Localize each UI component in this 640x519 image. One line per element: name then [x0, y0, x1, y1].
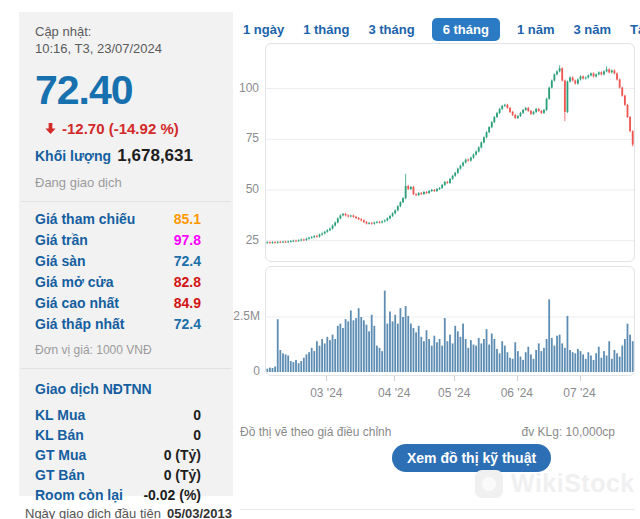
table-row: Giá cao nhất 84.9	[35, 293, 201, 314]
table-row: KL Mua 0	[35, 405, 201, 425]
quote-sidebar: Cập nhật: 10:16, T3, 23/07/2024 72.40 -1…	[19, 12, 233, 496]
price-reference-table: Giá tham chiếu 85.1 Giá trần 97.8 Giá sà…	[19, 202, 233, 339]
table-row: KL Bán 0	[35, 425, 201, 445]
row-label: KL Bán	[35, 427, 84, 443]
tab-1-ngay[interactable]: 1 ngày	[243, 22, 284, 37]
volume-unit-note: đv KLg: 10,000cp	[522, 425, 615, 439]
tab-3-nam[interactable]: 3 năm	[573, 22, 611, 37]
row-value: 0	[193, 407, 201, 423]
volume-label: Khối lượng	[35, 148, 111, 164]
price-axis-tick: 25	[225, 232, 259, 248]
candlestick-chart[interactable]	[266, 44, 634, 261]
price-axis-tick: 50	[225, 181, 259, 197]
volume-chart[interactable]	[266, 267, 634, 375]
row-label: Giá tham chiếu	[35, 211, 135, 227]
current-price: 72.40	[19, 58, 233, 111]
volume-chart-panel[interactable]	[265, 266, 635, 376]
trading-status: Đang giao dịch	[19, 166, 233, 201]
price-axis-tick: 100	[225, 80, 259, 96]
tab-tat-ca[interactable]: Tất cả	[630, 22, 640, 37]
tab-1-thang[interactable]: 1 tháng	[303, 22, 349, 37]
row-label: Giá cao nhất	[35, 295, 119, 311]
x-axis-month-label: 03 '24	[301, 385, 351, 401]
table-row: Giá tham chiếu 85.1	[35, 209, 201, 230]
x-axis-month-label: 05 '24	[429, 385, 479, 401]
row-label: Giá thấp nhất	[35, 316, 124, 332]
row-value: -0.02 (%)	[143, 487, 201, 503]
stock-quote-page: Cập nhật: 10:16, T3, 23/07/2024 72.40 -1…	[0, 0, 640, 519]
wikistock-logo-icon	[475, 470, 503, 498]
table-row: Giá mở cửa 82.8	[35, 272, 201, 293]
row-value: 97.8	[174, 232, 201, 248]
x-axis-tick-mark	[580, 376, 581, 381]
updated-label: Cập nhật:	[35, 24, 219, 41]
volume-axis-tick: 0	[222, 363, 260, 379]
row-value: 0 (Tỷ)	[164, 447, 201, 463]
row-label: Giá mở cửa	[35, 274, 113, 290]
table-row: Giá sàn 72.4	[35, 251, 201, 272]
x-axis-month-label: 06 '24	[492, 385, 542, 401]
technical-chart-button[interactable]: Xem đồ thị kỹ thuật	[392, 444, 551, 472]
last-updated-block: Cập nhật: 10:16, T3, 23/07/2024	[19, 12, 233, 58]
row-label: GT Bán	[35, 467, 85, 483]
row-label: Giá sàn	[35, 253, 86, 269]
watermark: WikiStock	[475, 469, 635, 498]
row-label: GT Mua	[35, 447, 86, 463]
x-axis-tick-mark	[454, 376, 455, 381]
x-axis-tick-mark	[517, 376, 518, 381]
watermark-text: WikiStock	[511, 469, 635, 498]
x-axis-tick-mark	[394, 376, 395, 381]
adjusted-price-note: Đồ thị vẽ theo giá điều chỉnh	[240, 425, 391, 439]
row-value: 85.1	[174, 211, 201, 227]
price-change-value: -12.70 (-14.92 %)	[62, 120, 179, 137]
row-label: Giá trần	[35, 232, 88, 248]
row-value: 72.4	[174, 253, 201, 269]
row-value: 84.9	[174, 295, 201, 311]
price-axis-tick: 75	[225, 130, 259, 146]
row-value: 0 (Tỷ)	[164, 467, 201, 483]
volume-axis-tick: 2.5M	[222, 308, 260, 324]
table-row: GT Mua 0 (Tỷ)	[35, 445, 201, 465]
tab-3-thang[interactable]: 3 tháng	[368, 22, 414, 37]
updated-time: 10:16, T3, 23/07/2024	[35, 41, 219, 58]
tab-6-thang[interactable]: 6 tháng	[432, 18, 500, 41]
tab-1-nam[interactable]: 1 năm	[517, 22, 555, 37]
row-label: KL Mua	[35, 407, 85, 423]
row-value: 82.8	[174, 274, 201, 290]
down-arrow-icon	[44, 122, 57, 135]
bottom-divider	[240, 509, 635, 510]
price-change: -12.70 (-14.92 %)	[19, 111, 233, 137]
row-value: 0	[193, 427, 201, 443]
table-row: Giá thấp nhất 72.4	[35, 314, 201, 335]
x-axis-month-label: 04 '24	[369, 385, 419, 401]
row-value: 72.4	[174, 316, 201, 332]
table-row: GT Bán 0 (Tỷ)	[35, 465, 201, 485]
first-trading-day-value: 05/03/2013	[167, 506, 232, 519]
first-trading-day-row: Ngày giao dịch đầu tiên 05/03/2013	[25, 506, 232, 519]
foreign-trading-section: Giao dịch NĐTNN KL Mua 0 KL Bán 0 GT Mua…	[19, 369, 233, 513]
price-chart-panel[interactable]	[265, 43, 635, 262]
row-label: Room còn lại	[35, 487, 123, 503]
table-row: Giá trần 97.8	[35, 230, 201, 251]
first-trading-day-label: Ngày giao dịch đầu tiên	[25, 506, 161, 519]
volume-value: 1,678,631	[117, 146, 193, 166]
x-axis-month-label: 07 '24	[554, 385, 604, 401]
timeframe-tabs: 1 ngày 1 tháng 3 tháng 6 tháng 1 năm 3 n…	[243, 19, 640, 39]
price-unit-note: Đơn vị giá: 1000 VNĐ	[19, 339, 233, 368]
foreign-section-title: Giao dịch NĐTNN	[35, 381, 201, 405]
volume-row: Khối lượng 1,678,631	[19, 137, 233, 166]
table-row: Room còn lại -0.02 (%)	[35, 485, 201, 505]
x-axis-tick-mark	[326, 376, 327, 381]
